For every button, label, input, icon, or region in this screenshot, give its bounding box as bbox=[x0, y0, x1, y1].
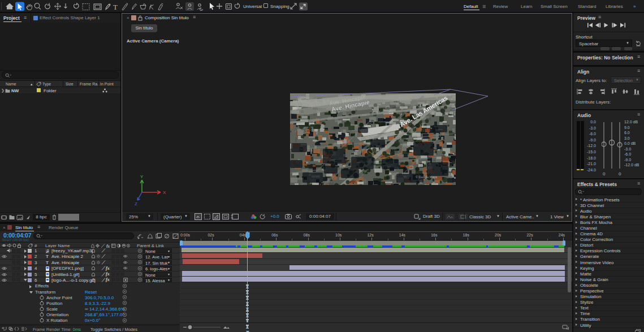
svg-text:T: T bbox=[113, 3, 118, 11]
svg-text:Y: Y bbox=[140, 174, 144, 179]
svg-text:X: X bbox=[163, 190, 166, 195]
svg-text:Z: Z bbox=[135, 201, 137, 206]
svg-text:© Google Maps: © Google Maps bbox=[416, 175, 438, 179]
